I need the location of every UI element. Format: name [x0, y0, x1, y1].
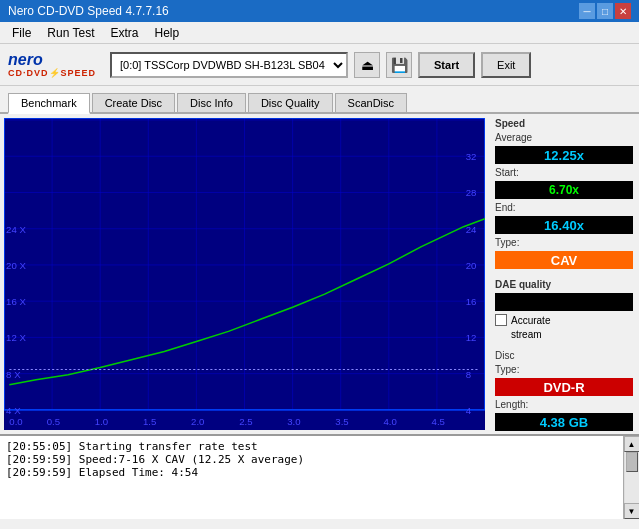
log-scrollbar: ▲ ▼: [623, 436, 639, 519]
toolbar: nero CD·DVD⚡SPEED [0:0] TSSCorp DVDWBD S…: [0, 44, 639, 86]
log-area: [20:55:05] Starting transfer rate test […: [0, 434, 639, 519]
svg-text:24: 24: [466, 225, 477, 235]
scroll-up-btn[interactable]: ▲: [624, 436, 640, 452]
svg-text:12 X: 12 X: [6, 334, 27, 344]
accurate-stream-row: Accurate: [495, 314, 633, 326]
svg-text:4: 4: [466, 406, 471, 416]
svg-text:0.5: 0.5: [47, 417, 60, 427]
svg-text:8 X: 8 X: [6, 370, 21, 380]
log-content[interactable]: [20:55:05] Starting transfer rate test […: [0, 436, 623, 519]
main-area: 4 X 8 X 12 X 16 X 20 X 24 X 4 8 12 16 20…: [0, 114, 639, 434]
scroll-track: [625, 452, 639, 503]
stream-label: stream: [495, 329, 633, 340]
menu-help[interactable]: Help: [147, 24, 188, 42]
menu-bar: File Run Test Extra Help: [0, 22, 639, 44]
tab-scandisc[interactable]: ScanDisc: [335, 93, 407, 112]
right-panel: Speed Average 12.25x Start: 6.70x End: 1…: [489, 114, 639, 434]
svg-text:4.0: 4.0: [383, 417, 396, 427]
chart-container: 4 X 8 X 12 X 16 X 20 X 24 X 4 8 12 16 20…: [4, 118, 485, 430]
tab-benchmark[interactable]: Benchmark: [8, 93, 90, 114]
svg-text:2.5: 2.5: [239, 417, 252, 427]
svg-text:24 X: 24 X: [6, 225, 27, 235]
start-button[interactable]: Start: [418, 52, 475, 78]
log-entry-2: [20:59:59] Elapsed Time: 4:54: [6, 466, 617, 479]
exit-button[interactable]: Exit: [481, 52, 531, 78]
disc-type-label: Type:: [495, 364, 633, 375]
average-label: Average: [495, 132, 633, 143]
svg-text:32: 32: [466, 153, 477, 163]
accurate-stream-checkbox[interactable]: [495, 314, 507, 326]
svg-text:20 X: 20 X: [6, 261, 27, 271]
save-icon-btn[interactable]: 💾: [386, 52, 412, 78]
svg-text:28: 28: [466, 189, 477, 199]
nero-logo-top: nero: [8, 52, 96, 68]
menu-file[interactable]: File: [4, 24, 39, 42]
tab-bar: Benchmark Create Disc Disc Info Disc Qua…: [0, 86, 639, 114]
length-value: 4.38 GB: [495, 413, 633, 431]
benchmark-chart: 4 X 8 X 12 X 16 X 20 X 24 X 4 8 12 16 20…: [4, 118, 485, 430]
svg-text:20: 20: [466, 261, 477, 271]
speed-section-title: Speed: [495, 118, 633, 129]
log-entry-1: [20:59:59] Speed:7-16 X CAV (12.25 X ave…: [6, 453, 617, 466]
scroll-down-btn[interactable]: ▼: [624, 503, 640, 519]
window-title: Nero CD-DVD Speed 4.7.7.16: [8, 4, 169, 18]
close-button[interactable]: ✕: [615, 3, 631, 19]
svg-text:3.0: 3.0: [287, 417, 300, 427]
drive-selector[interactable]: [0:0] TSSCorp DVDWBD SH-B123L SB04: [110, 52, 348, 78]
svg-text:12: 12: [466, 334, 477, 344]
start-label: Start:: [495, 167, 633, 178]
accurate-label: Accurate: [511, 315, 550, 326]
log-entry-0: [20:55:05] Starting transfer rate test: [6, 440, 617, 453]
title-bar: Nero CD-DVD Speed 4.7.7.16 ─ □ ✕: [0, 0, 639, 22]
average-value: 12.25x: [495, 146, 633, 164]
type-value: CAV: [495, 251, 633, 269]
disc-section-title: Disc: [495, 350, 633, 361]
dae-title: DAE quality: [495, 279, 633, 290]
start-value: 6.70x: [495, 181, 633, 199]
disc-type-value: DVD-R: [495, 378, 633, 396]
nero-logo-bottom: CD·DVD⚡SPEED: [8, 68, 96, 78]
type-label: Type:: [495, 237, 633, 248]
eject-icon-btn[interactable]: ⏏: [354, 52, 380, 78]
length-label: Length:: [495, 399, 633, 410]
window-controls: ─ □ ✕: [579, 3, 631, 19]
scroll-thumb[interactable]: [626, 452, 638, 472]
tab-create-disc[interactable]: Create Disc: [92, 93, 175, 112]
menu-extra[interactable]: Extra: [102, 24, 146, 42]
tab-disc-info[interactable]: Disc Info: [177, 93, 246, 112]
menu-run-test[interactable]: Run Test: [39, 24, 102, 42]
svg-text:8: 8: [466, 370, 471, 380]
svg-text:4 X: 4 X: [6, 406, 21, 416]
minimize-button[interactable]: ─: [579, 3, 595, 19]
svg-text:3.5: 3.5: [335, 417, 348, 427]
maximize-button[interactable]: □: [597, 3, 613, 19]
svg-text:4.5: 4.5: [432, 417, 445, 427]
tab-disc-quality[interactable]: Disc Quality: [248, 93, 333, 112]
svg-text:2.0: 2.0: [191, 417, 204, 427]
svg-text:0.0: 0.0: [9, 417, 22, 427]
svg-text:16 X: 16 X: [6, 297, 27, 307]
nero-logo: nero CD·DVD⚡SPEED: [8, 52, 96, 78]
svg-text:1.0: 1.0: [95, 417, 108, 427]
svg-text:16: 16: [466, 297, 477, 307]
dae-value: [495, 293, 633, 311]
svg-text:1.5: 1.5: [143, 417, 156, 427]
end-label: End:: [495, 202, 633, 213]
end-value: 16.40x: [495, 216, 633, 234]
